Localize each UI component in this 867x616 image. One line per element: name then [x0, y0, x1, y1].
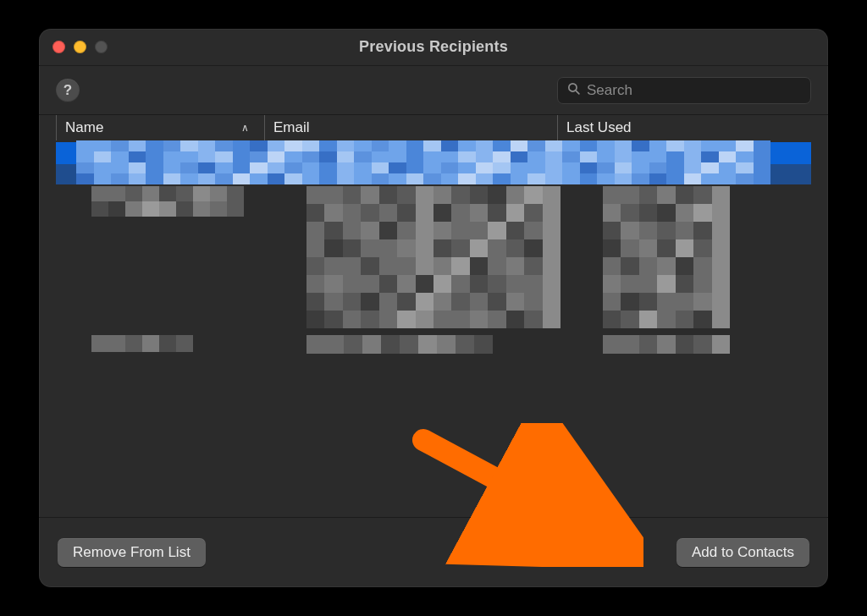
column-label: Email [273, 119, 310, 136]
zoom-window-button[interactable] [95, 41, 108, 53]
redacted-content [603, 335, 730, 354]
help-button[interactable]: ? [56, 79, 80, 102]
redacted-content [306, 335, 493, 354]
recipients-table[interactable] [39, 140, 828, 518]
redacted-content [91, 186, 244, 217]
redacted-content [76, 140, 770, 184]
column-header-last-used[interactable]: Last Used [557, 115, 811, 140]
column-header-email[interactable]: Email [264, 115, 557, 140]
add-to-contacts-button[interactable]: Add to Contacts [676, 538, 809, 567]
close-window-button[interactable] [52, 41, 65, 53]
previous-recipients-window: Previous Recipients ? Name ∧ Email Last … [39, 29, 828, 587]
minimize-window-button[interactable] [74, 41, 86, 53]
window-controls [52, 41, 108, 53]
toolbar: ? [39, 66, 828, 115]
column-label: Last Used [566, 119, 632, 136]
table-header: Name ∧ Email Last Used [39, 115, 828, 140]
svg-line-1 [576, 91, 579, 94]
redacted-content [306, 186, 561, 330]
redacted-content [91, 335, 193, 352]
window-title: Previous Recipients [39, 38, 828, 56]
column-header-name[interactable]: Name ∧ [56, 115, 264, 140]
titlebar: Previous Recipients [39, 29, 828, 66]
search-field[interactable] [557, 77, 811, 104]
sort-ascending-icon: ∧ [241, 122, 256, 134]
search-input[interactable] [587, 82, 802, 99]
redacted-content [603, 186, 730, 330]
svg-point-0 [569, 84, 577, 91]
column-label: Name [65, 119, 103, 136]
search-icon [566, 81, 587, 99]
footer: Remove From List Add to Contacts [39, 518, 828, 587]
remove-from-list-button[interactable]: Remove From List [58, 538, 206, 567]
